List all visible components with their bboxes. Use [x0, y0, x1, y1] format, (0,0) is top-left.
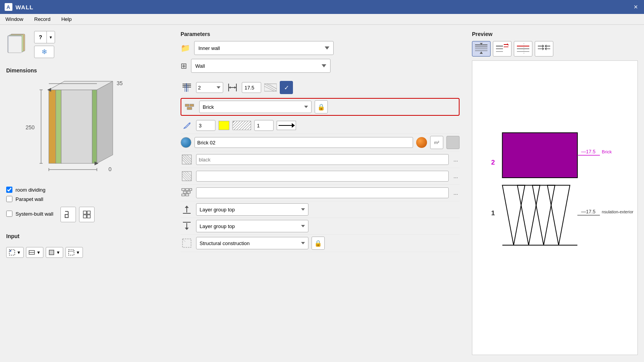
svg-marker-112 — [502, 185, 525, 245]
structural-icon — [181, 237, 193, 249]
preview-svg: 2 1 —17.5 Brick —17.5 nsulation-exterior — [472, 61, 637, 355]
svg-line-67 — [182, 172, 191, 181]
layer-thickness-input[interactable] — [242, 82, 261, 93]
svg-text:0: 0 — [108, 166, 112, 172]
params-label: Parameters — [181, 31, 460, 37]
checkboxes: room dividing Parapet wall System-built … — [6, 187, 168, 222]
hatch-pattern-icon[interactable] — [232, 121, 251, 130]
svg-rect-28 — [83, 211, 86, 214]
m2-button[interactable]: m² — [430, 136, 443, 149]
corner-icon-btn[interactable] — [60, 207, 76, 222]
question-dropdown-btn[interactable]: ? ▼ — [34, 31, 55, 43]
question-icon: ? — [34, 31, 47, 43]
input-dropdown-4[interactable]: ▼ — [65, 247, 83, 258]
brick-pattern-input[interactable] — [196, 187, 449, 198]
brick-pattern-icon — [181, 187, 193, 199]
layer-group-top-row2: Layer group top — [181, 218, 460, 235]
preview-label: Preview — [472, 31, 638, 37]
inner-wall-dropdown[interactable]: Inner wall — [194, 41, 334, 55]
confirm-checkbox-btn[interactable]: ✓ — [280, 81, 293, 94]
hatch-color-row: ... — [181, 151, 460, 168]
param-row-layers: 2 134 — [181, 79, 460, 96]
layer-group-top-dropdown2[interactable]: Layer group top — [196, 220, 308, 232]
wall-dropdown[interactable]: Wall — [191, 59, 331, 73]
svg-rect-72 — [182, 189, 185, 190]
material-sphere-icon[interactable] — [181, 137, 191, 148]
structural-construction-dropdown[interactable]: Structural construction — [196, 237, 308, 249]
material-lock-btn[interactable]: 🔒 — [315, 100, 328, 113]
input-row: ▼ ▼ ▼ ▼ — [6, 247, 168, 258]
svg-rect-58 — [187, 107, 192, 110]
svg-rect-31 — [87, 215, 90, 218]
svg-point-34 — [10, 250, 11, 252]
svg-marker-108 — [545, 45, 546, 48]
title-bar-left: A WALL — [5, 3, 34, 11]
grey-texture-btn[interactable] — [446, 136, 460, 149]
layer-count-select[interactable]: 2 134 — [196, 82, 223, 93]
svg-line-64 — [182, 160, 187, 164]
brick-more-btn[interactable]: ... — [452, 190, 460, 196]
folder-icon[interactable]: 📁 — [181, 43, 190, 53]
room-dividing-label: room dividing — [15, 187, 45, 193]
parapet-wall-checkbox[interactable] — [6, 196, 12, 202]
input-dropdown-3[interactable]: ▼ — [46, 247, 63, 258]
input-dropdown-2[interactable]: ▼ — [26, 247, 43, 258]
brick-pattern-row: ... — [181, 185, 460, 201]
layer-group-top-row1: Layer group top — [181, 201, 460, 218]
brick-material-dropdown[interactable]: Brick Concrete Wood Insulation — [199, 101, 312, 113]
input-dropdown-1[interactable]: ▼ — [6, 247, 24, 258]
window-title: WALL — [15, 4, 34, 10]
dropdown-row-1: 📁 Inner wall — [181, 41, 460, 55]
preview-btn-1[interactable] — [472, 41, 491, 57]
svg-marker-107 — [542, 45, 544, 48]
grid-icon-btn[interactable] — [79, 207, 95, 222]
menu-bar: Window Record Help — [0, 14, 644, 25]
hatch-more-btn[interactable]: ... — [452, 156, 460, 163]
svg-rect-37 — [49, 250, 54, 255]
menu-help[interactable]: Help — [59, 15, 74, 23]
question-btn-group: ? ▼ ❄ — [34, 31, 55, 58]
hatch-lines-icon — [264, 81, 277, 94]
brick02-input[interactable] — [195, 137, 413, 148]
hatch2-more-btn[interactable]: ... — [452, 173, 460, 179]
hatch2-input[interactable] — [196, 171, 449, 182]
layers-book-icon — [6, 31, 29, 55]
line-weight-input[interactable] — [254, 120, 274, 131]
preview-btn-2[interactable] — [493, 41, 511, 57]
pen-settings-row — [181, 117, 460, 134]
material-color-circle[interactable] — [416, 137, 427, 148]
pen-number-input[interactable] — [196, 120, 215, 131]
snowflake-btn[interactable]: ❄ — [34, 46, 54, 58]
svg-rect-73 — [186, 189, 189, 190]
layer-group-top-dropdown1[interactable]: Layer group top — [196, 203, 308, 216]
svg-rect-77 — [182, 194, 185, 196]
bottom-icons — [60, 207, 95, 222]
svg-marker-109 — [542, 47, 544, 50]
svg-line-52 — [264, 84, 277, 91]
structural-lock-btn[interactable]: 🔒 — [312, 237, 325, 250]
svg-rect-6 — [61, 90, 92, 163]
menu-window[interactable]: Window — [3, 15, 26, 23]
svg-text:1: 1 — [491, 209, 495, 217]
svg-line-65 — [187, 155, 191, 160]
svg-marker-113 — [517, 185, 540, 245]
layer-up-icon — [181, 203, 193, 216]
color-swatch[interactable] — [219, 121, 229, 130]
right-panel: Preview — [466, 25, 644, 361]
svg-rect-30 — [83, 215, 86, 218]
line-end-icon[interactable] — [277, 121, 296, 130]
menu-record[interactable]: Record — [32, 15, 53, 23]
layers-stack-icon[interactable]: ⊞ — [181, 61, 187, 70]
svg-rect-3 — [9, 36, 22, 53]
svg-marker-91 — [480, 51, 483, 54]
close-button[interactable]: × — [632, 3, 639, 11]
hatch-color-input[interactable] — [196, 154, 449, 165]
preview-btn-3[interactable] — [514, 41, 532, 57]
system-built-checkbox[interactable] — [6, 211, 12, 217]
svg-text:—17.5: —17.5 — [581, 209, 596, 214]
preview-btn-4[interactable] — [535, 41, 553, 57]
svg-text:35: 35 — [117, 80, 123, 86]
room-dividing-checkbox[interactable] — [6, 187, 12, 193]
room-dividing-row: room dividing — [6, 187, 168, 193]
structural-construction-row: Structural construction 🔒 — [181, 235, 460, 252]
